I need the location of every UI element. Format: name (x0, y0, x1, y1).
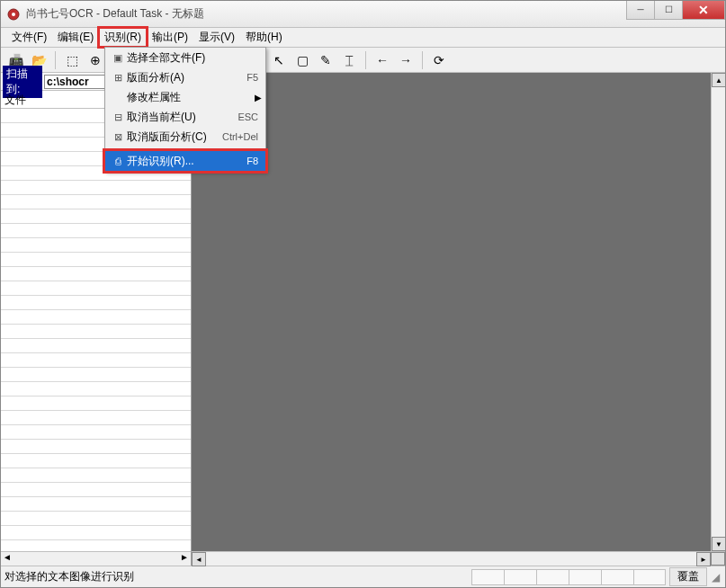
menu-select-all-files[interactable]: ▣ 选择全部文件(F) (105, 48, 265, 67)
scroll-track[interactable] (712, 87, 725, 537)
recognize-icon: ⎙ (109, 156, 127, 166)
refresh-button[interactable]: ⟳ (428, 50, 450, 70)
minimize-button[interactable]: ─ (626, 0, 655, 20)
svg-point-1 (12, 13, 15, 16)
image-viewport: ▲ ▼ ◄ ► (192, 73, 725, 566)
list-item (1, 526, 191, 540)
app-icon (6, 7, 21, 22)
cursor-button[interactable]: ↖ (268, 50, 290, 70)
maximize-button[interactable]: ☐ (654, 0, 683, 20)
menu-layout-analysis[interactable]: ⊞ 版面分析(A) F5 (105, 67, 265, 87)
list-item (1, 440, 191, 454)
viewport-canvas[interactable] (192, 73, 725, 551)
list-item (1, 339, 191, 353)
prev-button[interactable]: ← (372, 50, 393, 70)
list-item (1, 224, 191, 238)
status-cell (536, 569, 569, 585)
layout-icon: ⊞ (109, 72, 127, 84)
list-item (1, 181, 191, 195)
list-item (1, 325, 191, 339)
pencil-icon: ✎ (320, 53, 331, 67)
menu-view[interactable]: 显示(V) (193, 28, 240, 47)
text-cursor-icon: ⌶ (345, 53, 353, 67)
list-item (1, 454, 191, 468)
status-text: 对选择的文本图像进行识别 (4, 569, 471, 584)
cursor-icon: ↖ (273, 53, 284, 67)
overwrite-indicator: 覆盖 (669, 567, 707, 586)
panel-hscroll[interactable]: ◄ ► (1, 551, 191, 566)
resize-grip-icon[interactable]: ◢ (707, 571, 722, 584)
list-item (1, 411, 191, 425)
zoom-in-icon: ⊕ (90, 53, 101, 67)
list-item (1, 195, 191, 209)
status-cell (504, 569, 536, 585)
list-item (1, 483, 191, 497)
select-all-icon: ▣ (109, 52, 127, 64)
scroll-right-icon: ► (180, 552, 189, 566)
scroll-down-icon[interactable]: ▼ (712, 537, 726, 551)
status-cell (471, 569, 504, 585)
list-item (1, 267, 191, 281)
menu-item-shortcut: F8 (246, 156, 262, 166)
menu-item-label: 修改栏属性 (127, 90, 255, 105)
menu-bar: 文件(F) 编辑(E) 识别(R) 输出(P) 显示(V) 帮助(H) (1, 28, 725, 48)
zoom-area-button[interactable]: ⬚ (61, 50, 83, 70)
list-item (1, 310, 191, 325)
status-cell (569, 569, 601, 585)
list-item (1, 425, 191, 440)
menu-modify-column[interactable]: 修改栏属性 ▶ (105, 87, 265, 107)
file-list[interactable] (1, 109, 191, 551)
rect-button[interactable]: ▢ (291, 50, 313, 70)
status-bar: 对选择的文本图像进行识别 覆盖 ◢ (1, 566, 725, 587)
horizontal-scrollbar[interactable]: ◄ ► (192, 551, 725, 566)
list-item (1, 468, 191, 483)
status-cells (471, 569, 666, 585)
window-title: 尚书七号OCR - Default Task - 无标题 (26, 6, 627, 22)
menu-cancel-column[interactable]: ⊟ 取消当前栏(U) ESC (105, 107, 265, 127)
toolbar-separator (55, 51, 56, 69)
list-item (1, 281, 191, 296)
menu-item-shortcut: Ctrl+Del (222, 131, 262, 142)
cancel-column-icon: ⊟ (109, 111, 127, 123)
scroll-up-icon[interactable]: ▲ (712, 73, 726, 87)
list-item (1, 396, 191, 411)
list-item (1, 238, 191, 253)
scroll-track[interactable] (206, 552, 696, 566)
recognize-menu: ▣ 选择全部文件(F) ⊞ 版面分析(A) F5 修改栏属性 ▶ ⊟ 取消当前栏… (104, 47, 266, 172)
window-controls: ─ ☐ ✕ (627, 1, 725, 27)
menu-separator (107, 148, 264, 149)
wand-button[interactable]: ✎ (315, 50, 336, 70)
refresh-icon: ⟳ (434, 53, 444, 67)
arrow-right-icon: → (399, 53, 412, 67)
zoom-area-icon: ⬚ (67, 53, 78, 67)
menu-item-label: 取消当前栏(U) (127, 110, 238, 125)
cancel-layout-icon: ⊠ (109, 131, 127, 143)
scroll-right-icon[interactable]: ► (696, 552, 711, 566)
menu-file[interactable]: 文件(F) (6, 28, 52, 47)
menu-help[interactable]: 帮助(H) (240, 28, 288, 47)
scroll-left-icon: ◄ (3, 552, 12, 566)
list-item (1, 253, 191, 267)
menu-edit[interactable]: 编辑(E) (52, 28, 99, 47)
list-item (1, 296, 191, 310)
vertical-scrollbar[interactable]: ▲ ▼ (711, 73, 725, 551)
list-item (1, 512, 191, 526)
menu-cancel-layout[interactable]: ⊠ 取消版面分析(C) Ctrl+Del (105, 127, 265, 147)
toolbar-separator (422, 51, 423, 69)
scroll-left-icon[interactable]: ◄ (192, 552, 206, 566)
zoom-in-button[interactable]: ⊕ (85, 50, 106, 70)
rectangle-icon: ▢ (297, 53, 309, 67)
next-button[interactable]: → (395, 50, 417, 70)
arrow-left-icon: ← (376, 53, 389, 67)
menu-output[interactable]: 输出(P) (147, 28, 193, 47)
close-button[interactable]: ✕ (682, 0, 725, 20)
list-item (1, 209, 191, 224)
menu-item-label: 开始识别(R)... (127, 154, 246, 169)
menu-recognize[interactable]: 识别(R) (99, 28, 147, 47)
title-bar: 尚书七号OCR - Default Task - 无标题 ─ ☐ ✕ (1, 1, 725, 28)
menu-item-label: 版面分析(A) (127, 70, 246, 85)
list-item (1, 382, 191, 396)
text-button[interactable]: ⌶ (338, 50, 360, 70)
menu-start-recognize[interactable]: ⎙ 开始识别(R)... F8 (105, 151, 265, 171)
toolbar-separator (365, 51, 366, 69)
